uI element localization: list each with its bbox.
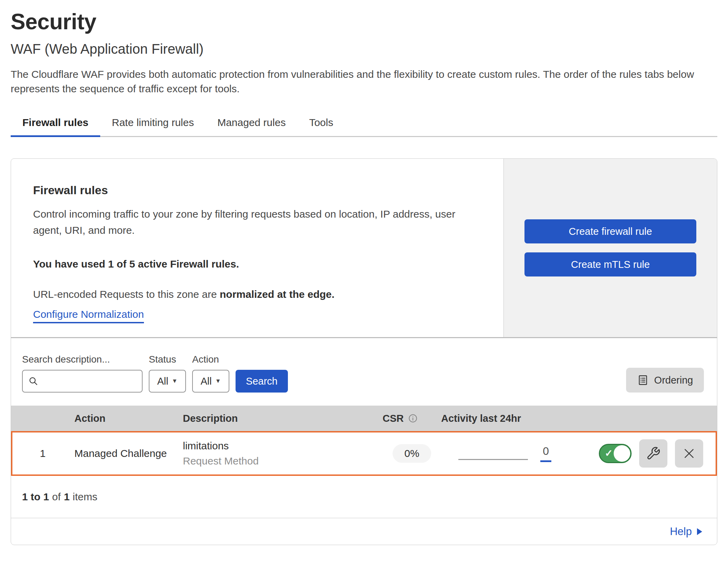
table-row[interactable]: 1 Managed Challenge limitations Request … [11,431,717,476]
tab-rate-limiting-rules[interactable]: Rate limiting rules [100,111,206,137]
close-icon [682,447,696,460]
rule-toggle[interactable]: ✓ [599,444,632,463]
delete-rule-button[interactable] [675,439,703,468]
card-description: Control incoming traffic to your zone by… [33,206,479,238]
rule-action: Managed Challenge [74,448,183,459]
toggle-knob [614,445,630,462]
normalization-text: URL-encoded Requests to this zone are no… [33,289,479,300]
search-input-wrapper [22,370,143,393]
check-icon: ✓ [605,449,613,458]
status-label: Status [149,354,186,365]
info-icon[interactable] [408,413,418,424]
usage-text: You have used 1 of 5 active Firewall rul… [33,258,479,270]
rules-tab-bar: Firewall rules Rate limiting rules Manag… [11,111,717,137]
ordering-button[interactable]: Ordering [626,368,704,393]
activity-count-link[interactable]: 0 [540,445,551,462]
page-subtitle: WAF (Web Application Firewall) [11,41,717,57]
firewall-rules-intro-section: Firewall rules Control incoming traffic … [11,159,717,337]
help-row: Help [11,518,717,545]
help-link-label: Help [670,525,692,538]
rule-controls: ✓ [551,439,717,468]
action-select-value: All [200,376,211,387]
search-input[interactable] [43,376,136,387]
header-csr: CSR [383,413,441,424]
action-label: Action [192,354,229,365]
status-select[interactable]: All ▼ [149,370,186,393]
filter-bar: Search description... Status All ▼ [11,337,717,406]
csr-badge: 0% [393,444,431,463]
status-field-group: Status All ▼ [149,354,186,393]
security-waf-page: Security WAF (Web Application Firewall) … [0,0,728,545]
create-mtls-rule-button[interactable]: Create mTLS rule [524,252,696,276]
header-csr-label: CSR [383,413,404,424]
help-link[interactable]: Help [670,525,703,538]
chevron-down-icon: ▼ [215,378,221,385]
page-title: Security [11,9,717,34]
rule-csr-cell: 0% [383,444,441,463]
rules-table-header: Action Description CSR Activity last 24h… [11,406,717,431]
rule-description-sub: Request Method [183,455,383,467]
rule-description: limitations [183,440,383,452]
configure-normalization-link[interactable]: Configure Normalization [33,309,144,323]
activity-sparkline [458,459,528,460]
rule-description-cell: limitations Request Method [183,440,383,467]
ordering-button-label: Ordering [654,375,693,386]
normalization-text-bold: normalized at the edge. [220,289,334,300]
action-field-group: Action All ▼ [192,354,229,393]
card-title: Firewall rules [33,184,479,197]
arrow-right-icon [697,528,703,535]
pagination-total: 1 [64,491,70,503]
normalization-text-prefix: URL-encoded Requests to this zone are [33,289,220,300]
pagination-items: items [73,491,97,503]
create-rule-panel: Create firewall rule Create mTLS rule [503,159,717,337]
create-firewall-rule-button[interactable]: Create firewall rule [524,219,696,243]
pagination-range: 1 to 1 [22,491,49,503]
status-select-value: All [157,376,168,387]
pagination-of: of [52,491,61,503]
search-button[interactable]: Search [236,370,288,393]
rule-priority: 1 [11,448,74,459]
edit-rule-button[interactable] [639,439,667,468]
search-field-group: Search description... [22,354,143,393]
tab-tools[interactable]: Tools [298,111,345,137]
pagination-summary: 1 to 1 of 1 items [11,476,717,518]
action-select[interactable]: All ▼ [192,370,229,393]
tab-managed-rules[interactable]: Managed rules [206,111,297,137]
page-description: The Cloudflare WAF provides both automat… [11,67,717,96]
ordering-list-icon [637,374,649,386]
header-description: Description [183,413,383,424]
header-activity: Activity last 24hr [441,413,551,424]
chevron-down-icon: ▼ [172,378,178,385]
header-action: Action [74,413,183,424]
tab-firewall-rules[interactable]: Firewall rules [11,111,100,137]
firewall-rules-card: Firewall rules Control incoming traffic … [11,158,717,545]
firewall-rules-intro: Firewall rules Control incoming traffic … [11,159,503,337]
rule-activity-cell: 0 [441,445,551,462]
search-label: Search description... [22,354,143,365]
wrench-icon [646,446,661,461]
search-icon [28,376,39,386]
